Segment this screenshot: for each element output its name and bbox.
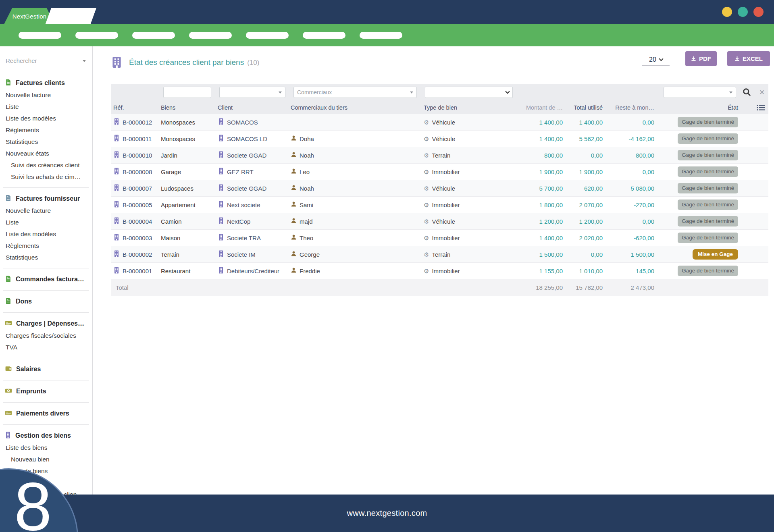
column-header-7[interactable]: Total utilisé	[566, 104, 606, 111]
pdf-export-button[interactable]: PDF	[685, 51, 717, 66]
ref-link[interactable]: B-0000001	[123, 268, 152, 274]
client-link[interactable]: Societe GGAD	[227, 152, 266, 159]
ref-link[interactable]: B-0000002	[123, 251, 152, 258]
nav-pill[interactable]	[132, 32, 175, 39]
column-header-9[interactable]: État	[657, 104, 741, 111]
table-row[interactable]: B-0000011MonospacesSOMACOS LDDoha⚙Véhicu…	[111, 131, 768, 147]
excel-export-button[interactable]: EXCEL	[727, 51, 770, 66]
ref-link[interactable]: B-0000007	[123, 185, 152, 192]
file-icon	[5, 195, 12, 203]
sidebar-divider	[3, 268, 89, 268]
table-row[interactable]: B-0000010JardinSociete GGADNoah⚙Terrain8…	[111, 147, 768, 164]
client-link[interactable]: SOMACOS LD	[227, 135, 267, 142]
sidebar-section-commandes-factura-[interactable]: Commandes factura…	[0, 273, 92, 285]
sidebar-search-select[interactable]: Rechercher	[6, 55, 87, 68]
filter-biens-input[interactable]	[163, 87, 211, 98]
column-header-8[interactable]: Reste à mon…	[606, 104, 657, 111]
column-header-5[interactable]: Type de bien	[424, 104, 496, 111]
sidebar-item-suivi-les-achats-de-cim-[interactable]: Suivi les achats de cim…	[0, 171, 92, 183]
cell-bien: Terrain	[161, 251, 218, 258]
ref-link[interactable]: B-0000008	[123, 168, 152, 175]
chevron-down-icon	[659, 56, 663, 61]
sidebar-section-paiements-divers[interactable]: Paiements divers	[0, 407, 92, 420]
client-link[interactable]: Debiteurs/Crediteur	[227, 268, 279, 274]
sidebar-section-factures-fournisseur[interactable]: Factures fournisseur	[0, 193, 92, 205]
cell-etat: Gage de bien terminé	[657, 117, 741, 127]
list-view-icon[interactable]	[741, 104, 768, 111]
sidebar-item-liste-des-biens[interactable]: Liste des biens	[0, 442, 92, 453]
sidebar-item-nouvelle-facture[interactable]: Nouvelle facture	[0, 89, 92, 101]
ref-link[interactable]: B-0000012	[123, 119, 152, 126]
sidebar-section-emprunts[interactable]: Emprunts	[0, 385, 92, 397]
table-row[interactable]: B-0000003MaisonSociete TRATheo⚙Immobilie…	[111, 230, 768, 246]
table-row[interactable]: B-0000001RestaurantDebiteurs/CrediteurFr…	[111, 263, 768, 279]
search-icon[interactable]	[742, 87, 753, 98]
type-label: Terrain	[432, 251, 450, 258]
brand-accent-shape	[45, 8, 96, 24]
window-control-maximize[interactable]	[738, 7, 748, 17]
table-row[interactable]: B-0000007LudospacesSociete GGADNoah⚙Véhi…	[111, 180, 768, 197]
sidebar-item-charges-fiscales-sociales[interactable]: Charges fiscales/sociales	[0, 330, 92, 341]
sidebar-section-charges-d-penses-[interactable]: Charges | Dépenses…	[0, 318, 92, 330]
column-header-2[interactable]: Biens	[161, 104, 218, 111]
sidebar-item-nouveaux-tats[interactable]: Nouveaux états	[0, 148, 92, 159]
cell-bien: Monospaces	[161, 119, 218, 126]
client-link[interactable]: Societe IM	[227, 251, 256, 258]
sidebar-item-r-glements[interactable]: Règlements	[0, 240, 92, 251]
sidebar-item-liste[interactable]: Liste	[0, 216, 92, 228]
table-row[interactable]: B-0000004CamionNextCopmajd⚙Véhicule1 200…	[111, 213, 768, 230]
ref-link[interactable]: B-0000003	[123, 235, 152, 241]
sidebar-section-factures-clients[interactable]: Factures clients	[0, 77, 92, 89]
column-header-6[interactable]: Montant de …	[496, 104, 566, 111]
client-link[interactable]: Societe GGAD	[227, 185, 266, 192]
table-total-row: Total 18 255,00 15 782,00 2 473,00	[111, 279, 768, 296]
client-link[interactable]: SOMACOS	[227, 119, 258, 126]
table-row[interactable]: B-0000008GarageGEZ RRTLeo⚙Immobilier1 90…	[111, 164, 768, 180]
sidebar-item-nouveau-bien[interactable]: Nouveau bien	[0, 453, 92, 465]
table-row[interactable]: B-0000005AppartementNext societeSami⚙Imm…	[111, 197, 768, 213]
ref-link[interactable]: B-0000004	[123, 218, 152, 225]
client-link[interactable]: NextCop	[227, 218, 250, 225]
cell-total-utilise: 1 900,00	[566, 168, 606, 175]
filter-etat-select[interactable]	[664, 87, 736, 98]
client-link[interactable]: GEZ RRT	[227, 168, 254, 175]
clear-filters-icon[interactable]: ✕	[757, 87, 766, 98]
nav-pill[interactable]	[246, 32, 289, 39]
nav-pill[interactable]	[19, 32, 61, 39]
nav-pill[interactable]	[189, 32, 232, 39]
sidebar-item-tva[interactable]: TVA	[0, 341, 92, 353]
column-header-1[interactable]: Réf.	[111, 104, 161, 111]
ref-link[interactable]: B-0000010	[123, 152, 152, 159]
sidebar-item-statistiques[interactable]: Statistiques	[0, 251, 92, 263]
filter-type-bien-select[interactable]	[425, 87, 513, 98]
sidebar-item-suivi-des-cr-ances-client[interactable]: Suivi des créances client	[0, 159, 92, 171]
nav-pill[interactable]	[75, 32, 118, 39]
nav-pill[interactable]	[303, 32, 345, 39]
sidebar-item-r-glements[interactable]: Règlements	[0, 124, 92, 136]
sidebar-item-statistiques[interactable]: Statistiques	[0, 136, 92, 148]
nav-pill[interactable]	[360, 32, 402, 39]
client-link[interactable]: Next societe	[227, 202, 260, 208]
table-row[interactable]: B-0000012MonospacesSOMACOS⚙Véhicule1 400…	[111, 114, 768, 131]
sidebar-item-liste-des-mod-les[interactable]: Liste des modèles	[0, 228, 92, 240]
ref-link[interactable]: B-0000011	[123, 135, 152, 142]
filter-client-select[interactable]	[219, 87, 285, 98]
sidebar-section-salaires[interactable]: Salaires	[0, 363, 92, 375]
page-size-select[interactable]: 20	[642, 54, 670, 66]
table-row[interactable]: B-0000002TerrainSociete IMGeorge⚙Terrain…	[111, 246, 768, 263]
bien-label: Jardin	[161, 152, 177, 159]
column-header-4[interactable]: Commerciaux du tiers	[291, 104, 424, 111]
footer-url[interactable]: www.nextgestion.com	[347, 509, 427, 518]
cell-type: ⚙Terrain	[424, 251, 496, 258]
ref-link[interactable]: B-0000005	[123, 202, 152, 208]
sidebar-item-liste-des-mod-les[interactable]: Liste des modèles	[0, 112, 92, 124]
sidebar-section-dons[interactable]: Dons	[0, 295, 92, 308]
column-header-3[interactable]: Client	[218, 104, 291, 111]
sidebar-item-nouvelle-facture[interactable]: Nouvelle facture	[0, 205, 92, 216]
sidebar-item-liste[interactable]: Liste	[0, 101, 92, 112]
window-control-minimize[interactable]	[722, 7, 732, 17]
window-control-close[interactable]	[753, 7, 764, 17]
sidebar-section-gestion-des-biens[interactable]: Gestion des biens	[0, 430, 92, 442]
filter-commerciaux-select[interactable]: Commerciaux	[293, 87, 417, 98]
client-link[interactable]: Societe TRA	[227, 235, 261, 241]
